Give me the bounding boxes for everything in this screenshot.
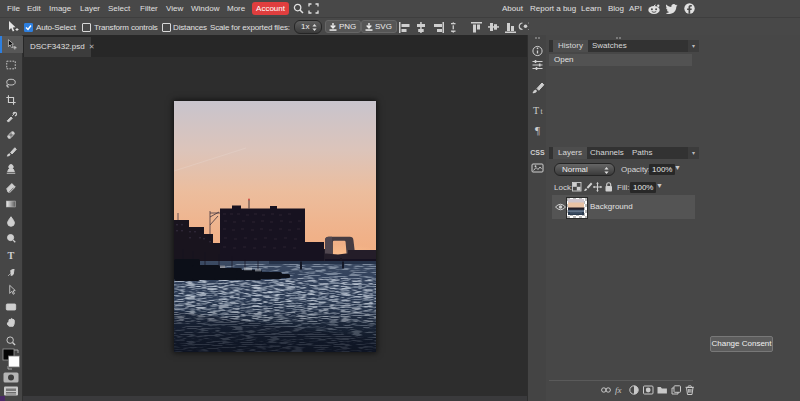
svg-text:t: t [540,107,543,116]
svg-text:T: T [8,250,15,261]
svg-text:T: T [533,105,539,116]
svg-text:CSS: CSS [530,149,545,156]
svg-text:fx: fx [615,385,622,395]
svg-text:¶: ¶ [535,124,540,136]
